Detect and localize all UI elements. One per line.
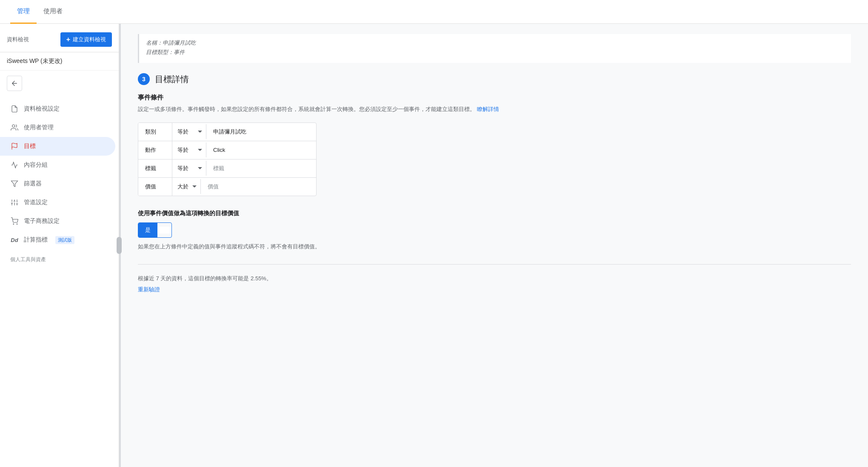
svg-point-12 bbox=[13, 224, 14, 225]
condition-operator-value: 大於 等於 小於 bbox=[172, 178, 201, 196]
sidebar-label-channel-settings: 管道設定 bbox=[24, 199, 48, 206]
toggle-wrapper: 是 bbox=[138, 222, 172, 238]
sidebar-nav: 資料檢視設定 使用者管理 目標 bbox=[0, 96, 119, 270]
sidebar-header: 資料檢視 + 建立資料檢視 bbox=[0, 24, 119, 52]
sidebar-item-content-groups[interactable]: 內容分組 bbox=[0, 156, 115, 174]
filter-icon bbox=[10, 179, 19, 188]
create-data-view-button[interactable]: + 建立資料檢視 bbox=[60, 32, 112, 47]
re-verify-link[interactable]: 重新驗證 bbox=[138, 286, 160, 293]
nav-label-users: 使用者 bbox=[43, 7, 63, 15]
condition-select-label[interactable]: 等於 不等於 包含 bbox=[172, 161, 206, 176]
nav-item-admin[interactable]: 管理 bbox=[10, 0, 37, 24]
sidebar-section-label: 個人工具與資產 bbox=[0, 249, 119, 267]
sidebar-label-filters: 篩選器 bbox=[24, 180, 42, 188]
nav-item-users[interactable]: 使用者 bbox=[37, 0, 69, 24]
sidebar-label-goals: 目標 bbox=[24, 142, 36, 150]
toggle-section: 使用事件價值做為這項轉換的目標價值 是 如果您在上方條件中定義的值與事件追蹤程式… bbox=[138, 210, 851, 251]
dd-icon: Dd bbox=[10, 236, 19, 244]
info-type: 目標類型：事件 bbox=[146, 48, 844, 56]
back-button[interactable] bbox=[7, 76, 22, 91]
svg-point-13 bbox=[17, 224, 17, 225]
condition-label-category: 類別 bbox=[138, 123, 172, 141]
condition-row-value: 價值 大於 等於 小於 bbox=[138, 178, 316, 196]
sidebar-item-goals[interactable]: 目標 bbox=[0, 137, 115, 156]
conversion-note: 根據近 7 天的資料，這個目標的轉換率可能是 2.55%。 bbox=[138, 275, 851, 282]
condition-value-category[interactable] bbox=[206, 123, 300, 141]
users-icon bbox=[10, 123, 19, 132]
sidebar: 資料檢視 + 建立資料檢視 iSweets WP (未更改) bbox=[0, 24, 119, 467]
svg-point-0 bbox=[12, 125, 15, 127]
condition-value-value[interactable] bbox=[201, 178, 294, 196]
top-nav: 管理 使用者 bbox=[0, 0, 868, 24]
content-icon bbox=[10, 161, 19, 169]
condition-select-action[interactable]: 等於 不等於 包含 bbox=[172, 142, 206, 157]
beta-badge: 測試版 bbox=[55, 236, 74, 244]
resize-divider[interactable] bbox=[119, 24, 121, 467]
toggle-no-button[interactable] bbox=[157, 227, 171, 234]
view-name: iSweets WP (未更改) bbox=[0, 52, 119, 71]
sidebar-item-channel-settings[interactable]: 管道設定 bbox=[0, 193, 115, 212]
sidebar-item-calculated-metrics[interactable]: Dd 計算指標 測試版 bbox=[0, 231, 115, 249]
sidebar-item-ecommerce-settings[interactable]: 電子商務設定 bbox=[0, 212, 115, 231]
separator bbox=[138, 264, 851, 265]
condition-value-label[interactable] bbox=[206, 159, 300, 177]
channel-icon bbox=[10, 198, 19, 207]
sidebar-item-user-management[interactable]: 使用者管理 bbox=[0, 118, 115, 137]
nav-label-admin: 管理 bbox=[17, 7, 30, 15]
info-name: 名稱：申請彌月試吃 bbox=[146, 39, 844, 47]
sidebar-item-data-view-settings[interactable]: 資料檢視設定 bbox=[0, 100, 115, 118]
toggle-label: 使用事件價值做為這項轉換的目標價值 bbox=[138, 210, 851, 217]
step-circle: 3 bbox=[138, 73, 150, 85]
condition-operator-action: 等於 不等於 包含 bbox=[172, 141, 206, 159]
main-layout: 資料檢視 + 建立資料檢視 iSweets WP (未更改) bbox=[0, 24, 868, 467]
sidebar-label-content-groups: 內容分組 bbox=[24, 161, 48, 169]
cart-icon bbox=[10, 217, 19, 225]
back-arrow-icon bbox=[11, 80, 18, 87]
condition-row-action: 動作 等於 不等於 包含 bbox=[138, 141, 316, 159]
condition-row-label: 標籤 等於 不等於 包含 bbox=[138, 159, 316, 178]
condition-operator-category: 等於 不等於 包含 bbox=[172, 123, 206, 141]
sidebar-label-user-management: 使用者管理 bbox=[24, 124, 54, 131]
sidebar-label-data-view-settings: 資料檢視設定 bbox=[24, 105, 60, 113]
toggle-desc: 如果您在上方條件中定義的值與事件追蹤程式碼不符，將不會有目標價值。 bbox=[138, 243, 851, 251]
svg-marker-2 bbox=[11, 181, 18, 187]
condition-value-action[interactable] bbox=[206, 141, 300, 159]
toggle-yes-button[interactable]: 是 bbox=[138, 223, 157, 237]
condition-label-action: 動作 bbox=[138, 141, 172, 159]
sidebar-header-label: 資料檢視 bbox=[7, 36, 29, 43]
step-header: 3 目標詳情 bbox=[138, 73, 851, 85]
section-desc: 設定一或多項條件。事件觸發時，如果您設定的所有條件都符合，系統就會計算一次轉換。… bbox=[138, 105, 851, 114]
condition-select-value[interactable]: 大於 等於 小於 bbox=[172, 179, 201, 194]
sidebar-item-filters[interactable]: 篩選器 bbox=[0, 174, 115, 193]
sidebar-label-ecommerce-settings: 電子商務設定 bbox=[24, 217, 60, 225]
sidebar-label-calculated-metrics: 計算指標 bbox=[24, 236, 48, 244]
condition-row-category: 類別 等於 不等於 包含 bbox=[138, 123, 316, 141]
divider-handle[interactable] bbox=[117, 237, 122, 254]
section-title: 事件條件 bbox=[138, 94, 851, 102]
condition-select-category[interactable]: 等於 不等於 包含 bbox=[172, 124, 206, 139]
condition-label-label: 標籤 bbox=[138, 159, 172, 177]
step-title: 目標詳情 bbox=[155, 74, 189, 85]
back-btn-wrapper bbox=[0, 71, 119, 96]
create-btn-label: 建立資料檢視 bbox=[73, 36, 106, 43]
condition-operator-label: 等於 不等於 包含 bbox=[172, 159, 206, 177]
plus-icon: + bbox=[66, 36, 70, 43]
file-icon bbox=[10, 105, 19, 113]
flag-icon bbox=[10, 142, 19, 151]
learn-more-link[interactable]: 瞭解詳情 bbox=[477, 106, 499, 112]
content-area: 名稱：申請彌月試吃 目標類型：事件 3 目標詳情 事件條件 設定一或多項條件。事… bbox=[121, 24, 868, 467]
info-block: 名稱：申請彌月試吃 目標類型：事件 bbox=[138, 34, 851, 63]
condition-label-value: 價值 bbox=[138, 178, 172, 196]
condition-table: 類別 等於 不等於 包含 動作 等於 bbox=[138, 122, 317, 196]
